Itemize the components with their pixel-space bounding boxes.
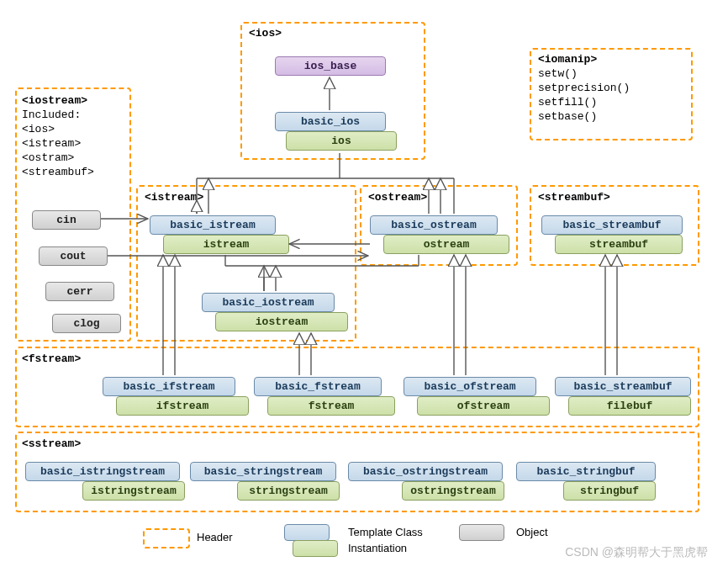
header-fstream-label: <fstream> xyxy=(22,352,81,365)
iostream-inc-ostream: <ostram> xyxy=(22,151,74,164)
class-basic-ostream: basic_ostream xyxy=(370,215,498,235)
iostream-inc-ios: <ios> xyxy=(22,123,55,135)
header-streambuf-label: <streambuf> xyxy=(538,191,610,204)
class-basic-streambuf2: basic_streambuf xyxy=(555,377,691,396)
header-sstream-label: <sstream> xyxy=(22,437,81,450)
class-filebuf: filebuf xyxy=(568,396,691,416)
legend-template-lbl: Template Class xyxy=(348,526,423,538)
legend-object-box xyxy=(459,524,504,541)
header-istream-label: <istream> xyxy=(145,191,203,204)
header-ios-label: <ios> xyxy=(249,27,282,40)
iostream-inc-istream: <istream> xyxy=(22,137,81,150)
class-istringstream: istringstream xyxy=(82,481,185,501)
class-basic-istringstream: basic_istringstream xyxy=(25,462,180,481)
class-ostringstream: ostringstream xyxy=(402,481,504,501)
class-basic-stringbuf: basic_stringbuf xyxy=(516,462,656,481)
class-basic-ifstream: basic_ifstream xyxy=(103,377,235,396)
iostream-included: Included: xyxy=(22,109,81,121)
class-ofstream: ofstream xyxy=(417,396,550,416)
legend-instantiation-lbl: Instantiation xyxy=(348,542,407,554)
class-iostream: iostream xyxy=(215,312,348,331)
class-basic-stringstream: basic_stringstream xyxy=(190,462,336,481)
header-iostream-label: <iostream> xyxy=(22,94,87,107)
header-iomanip-label: <iomanip> xyxy=(538,53,597,66)
legend-instantiation-box xyxy=(293,540,338,557)
class-streambuf: streambuf xyxy=(555,235,683,254)
legend-header-lbl: Header xyxy=(197,531,233,543)
legend-header-box xyxy=(143,528,190,548)
obj-cin: cin xyxy=(32,210,101,230)
class-basic-iostream: basic_iostream xyxy=(202,293,335,312)
class-stringstream: stringstream xyxy=(237,481,340,501)
class-istream: istream xyxy=(163,235,289,254)
class-basic-ofstream: basic_ofstream xyxy=(404,377,536,396)
class-fstream: fstream xyxy=(267,396,395,416)
legend-object-lbl: Object xyxy=(516,526,548,538)
iomanip-setw: setw() xyxy=(538,67,578,80)
class-ios-base: ios_base xyxy=(275,56,386,76)
obj-cout: cout xyxy=(39,246,108,266)
class-basic-fstream: basic_fstream xyxy=(254,377,382,396)
class-basic-ios: basic_ios xyxy=(275,112,386,131)
class-basic-ostringstream: basic_ostringstream xyxy=(348,462,503,481)
class-ostream: ostream xyxy=(383,235,509,254)
class-ifstream: ifstream xyxy=(116,396,249,416)
class-basic-streambuf: basic_streambuf xyxy=(541,215,683,235)
watermark: CSDN @森明帮大于黑虎帮 xyxy=(565,545,708,560)
legend-template-box xyxy=(284,524,330,541)
header-ostream-label: <ostream> xyxy=(368,191,427,204)
class-basic-istream: basic_istream xyxy=(150,215,276,235)
class-ios: ios xyxy=(286,131,397,151)
class-stringbuf: stringbuf xyxy=(563,481,656,501)
iomanip-setprecision: setprecision() xyxy=(538,82,630,94)
obj-cerr: cerr xyxy=(45,282,114,301)
iostream-inc-streambuf: <streambuf> xyxy=(22,166,94,178)
obj-clog: clog xyxy=(52,314,121,333)
iomanip-setfill: setfill() xyxy=(538,96,597,109)
iomanip-setbase: setbase() xyxy=(538,110,597,123)
